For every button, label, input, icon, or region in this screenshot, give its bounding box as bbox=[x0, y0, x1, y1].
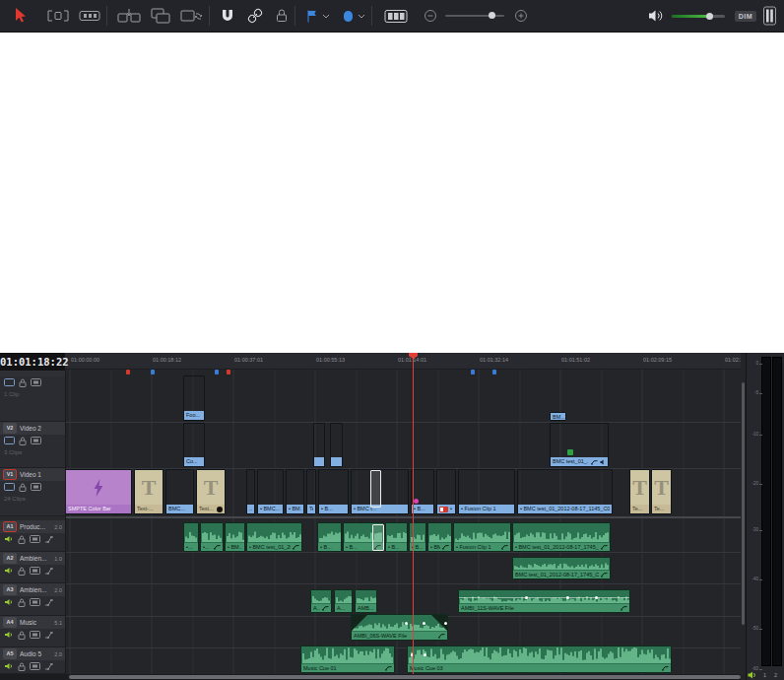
timeline-clip[interactable] bbox=[313, 423, 325, 467]
lock-track-icon[interactable] bbox=[19, 483, 27, 492]
mute-speaker-icon[interactable] bbox=[4, 598, 14, 606]
replace-clip-button[interactable] bbox=[180, 8, 203, 24]
auto-select-icon[interactable] bbox=[31, 378, 41, 386]
timeline-audio-clip[interactable]: BMC test_01_2012-08-17_1745_C0000 bbox=[512, 557, 611, 579]
track-header-V2[interactable]: V2Video 23 Clips bbox=[0, 422, 65, 468]
timeline-audio-clip[interactable]: • BM... bbox=[225, 522, 245, 552]
timeline-marker[interactable] bbox=[227, 370, 230, 374]
timeline-audio-clip[interactable]: • BMC test_01_2012-08-17_1745_C0000 bbox=[512, 522, 611, 552]
track-header-V1[interactable]: V1Video 124 Clips bbox=[0, 468, 65, 516]
track-header-A1[interactable]: A1Produc...2.0 bbox=[0, 520, 65, 552]
volume-slider-thumb[interactable] bbox=[706, 13, 713, 20]
timeline-ruler[interactable]: 01:00:00:0001:00:18:1201:00:37:0101:00:5… bbox=[65, 353, 741, 370]
zoom-slider-thumb[interactable] bbox=[489, 12, 495, 19]
timeline-clip[interactable]: Te... bbox=[306, 469, 316, 514]
timeline-audio-clip[interactable]: • BMC test_01_2012-... bbox=[246, 522, 302, 552]
horizontal-scrollbar-thumb[interactable] bbox=[69, 675, 741, 679]
automation-curve-icon[interactable] bbox=[44, 662, 54, 670]
lock-track-icon[interactable] bbox=[18, 662, 26, 671]
volume-slider[interactable] bbox=[672, 15, 725, 18]
track-badge-A1[interactable]: A1 bbox=[3, 521, 17, 532]
timeline-clip[interactable]: • BM... bbox=[436, 469, 456, 514]
timeline-audio-clip[interactable]: Music Cue 03 bbox=[407, 646, 672, 673]
zoom-out-button[interactable] bbox=[424, 9, 437, 23]
timeline-audio-clip[interactable]: • B... bbox=[317, 522, 342, 552]
timeline-clip[interactable]: • B... bbox=[411, 469, 434, 514]
track-header-A3[interactable]: A3Ambien...2.0 bbox=[0, 583, 65, 616]
clip-marker-magenta[interactable] bbox=[414, 499, 419, 504]
snapping-button[interactable] bbox=[220, 8, 235, 24]
timeline-clip[interactable]: • BMC... bbox=[257, 469, 284, 514]
timeline-audio-clip[interactable]: Music Cue 01 bbox=[300, 646, 395, 673]
timeline-audio-clip[interactable]: • BMC... bbox=[427, 522, 452, 552]
timeline-marker[interactable] bbox=[471, 370, 475, 374]
transition-icon[interactable] bbox=[217, 507, 223, 512]
timeline-marker[interactable] bbox=[215, 370, 219, 374]
marker-button[interactable] bbox=[342, 9, 355, 24]
track-badge-V2[interactable]: V2 bbox=[3, 423, 17, 434]
horizontal-scrollbar[interactable] bbox=[0, 674, 741, 680]
timeline-clip[interactable] bbox=[330, 423, 343, 467]
audio-speaker-button[interactable] bbox=[648, 9, 664, 23]
timeline-clip[interactable]: BMC... bbox=[165, 469, 194, 514]
track-badge-A4[interactable]: A4 bbox=[3, 617, 17, 628]
track-header-V3[interactable]: 1 Clip bbox=[0, 371, 65, 422]
timeline-clip[interactable]: • Fusion Clip 1 bbox=[458, 469, 515, 514]
volume-envelope[interactable] bbox=[459, 597, 629, 598]
lock-track-icon[interactable] bbox=[18, 631, 26, 640]
timeline-clip[interactable]: • BMC test_01_2012-08-17_1145_C0000 bbox=[517, 469, 613, 514]
timeline-audio-clip[interactable]: • B... bbox=[409, 522, 426, 552]
auto-select-icon[interactable] bbox=[30, 662, 40, 670]
enable-video-icon[interactable] bbox=[4, 437, 15, 444]
timeline-audio-clip[interactable]: AMBI_11S-WAVE File bbox=[458, 589, 630, 613]
timeline-clip[interactable]: TText-... bbox=[134, 469, 163, 514]
position-lock-button[interactable] bbox=[275, 8, 289, 24]
timeline-marker[interactable] bbox=[492, 370, 496, 374]
trim-edit-mode-button[interactable] bbox=[47, 9, 69, 23]
timeline-clip[interactable]: TText... bbox=[196, 469, 226, 514]
fade-in-handle[interactable] bbox=[352, 615, 367, 631]
timeline-clip[interactable]: Co... bbox=[183, 423, 205, 467]
mixer-toggle-button[interactable] bbox=[763, 6, 776, 26]
enable-video-icon[interactable] bbox=[4, 378, 15, 386]
marker-dropdown-button[interactable] bbox=[358, 14, 365, 19]
timeline-clip[interactable]: SMPTE Color Bar bbox=[65, 469, 132, 514]
auto-select-icon[interactable] bbox=[31, 437, 41, 444]
auto-select-icon[interactable] bbox=[31, 483, 41, 491]
razor-edit-mode-button[interactable] bbox=[79, 9, 100, 23]
auto-select-icon[interactable] bbox=[30, 598, 40, 606]
timeline-clip[interactable]: • B... bbox=[318, 469, 349, 514]
timeline-audio-clip[interactable]: A... bbox=[334, 589, 353, 613]
auto-select-icon[interactable] bbox=[30, 567, 40, 575]
vertical-scrollbar-thumb[interactable] bbox=[742, 382, 745, 625]
timeline-view-options-button[interactable] bbox=[384, 9, 408, 24]
timeline-clip[interactable]: • BM... bbox=[286, 469, 304, 514]
track-badge-A3[interactable]: A3 bbox=[3, 584, 17, 595]
mute-speaker-icon[interactable] bbox=[4, 662, 14, 670]
take-selector-badge[interactable] bbox=[567, 449, 573, 455]
track-badge-V1[interactable]: V1 bbox=[3, 469, 17, 480]
overwrite-clip-button[interactable] bbox=[151, 8, 170, 24]
auto-select-icon[interactable] bbox=[30, 631, 40, 639]
clip-label[interactable]: BM... bbox=[550, 412, 566, 421]
timeline-audio-clip[interactable]: • B... bbox=[385, 522, 408, 552]
timeline-audio-clip[interactable]: •... bbox=[183, 522, 199, 552]
lock-track-icon[interactable] bbox=[18, 598, 26, 607]
lock-track-icon[interactable] bbox=[18, 535, 26, 544]
track-badge-A2[interactable]: A2 bbox=[3, 553, 17, 564]
timeline-audio-clip[interactable]: AMBI_06S-WAVE File bbox=[351, 614, 448, 641]
playhead[interactable] bbox=[413, 353, 414, 674]
link-clips-button[interactable] bbox=[247, 8, 263, 24]
auto-select-icon[interactable] bbox=[30, 535, 40, 543]
automation-curve-icon[interactable] bbox=[44, 567, 54, 575]
insert-clip-button[interactable] bbox=[117, 8, 141, 24]
track-header-A5[interactable]: A5Audio 52.0 bbox=[0, 647, 65, 674]
automation-curve-icon[interactable] bbox=[44, 535, 54, 543]
enable-video-icon[interactable] bbox=[4, 483, 15, 491]
lock-track-icon[interactable] bbox=[18, 567, 26, 576]
track-header-A2[interactable]: A2Ambien...1.0 bbox=[0, 552, 65, 583]
timeline-clip[interactable]: BMC test_01_... bbox=[550, 423, 609, 467]
keyframe-dot[interactable] bbox=[566, 596, 569, 599]
timeline-audio-clip[interactable]: • Fusion Clip 1 bbox=[453, 522, 511, 552]
meter-speaker-icon[interactable] bbox=[748, 671, 757, 679]
